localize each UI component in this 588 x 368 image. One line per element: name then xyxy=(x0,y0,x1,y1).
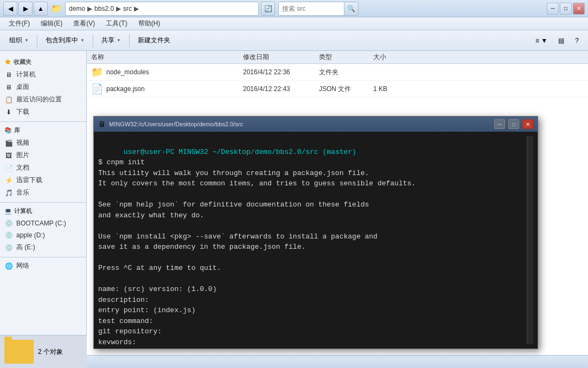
drive-e-icon: 💿 xyxy=(4,243,13,252)
add-to-library-arrow: ▼ xyxy=(80,38,85,43)
drive-c-icon: 💿 xyxy=(4,219,13,228)
back-button[interactable]: ◀ xyxy=(3,2,17,16)
table-row[interactable]: 📁 node_modules 2016/4/12 22:36 文件夹 xyxy=(87,64,588,81)
sidebar-divider-3 xyxy=(0,257,86,257)
view-options-button[interactable]: ≡ ▼ xyxy=(531,34,552,47)
desktop-icon: 🖥 xyxy=(4,83,13,92)
maximize-button[interactable]: □ xyxy=(560,3,572,15)
help-button[interactable]: ? xyxy=(570,34,584,47)
preview-pane-button[interactable]: ▤ xyxy=(553,34,569,47)
sidebar-item-desktop[interactable]: 🖥 桌面 xyxy=(0,81,86,93)
path-part-bbs: bbs2.0 xyxy=(94,5,114,12)
terminal-maximize-button[interactable]: □ xyxy=(508,119,519,129)
title-bar: ◀ ▶ ▲ 📁 demo ▶ bbs2.0 ▶ src ▶ 🔄 🔍 ─ □ ✕ xyxy=(0,0,588,17)
libraries-text: 库 xyxy=(14,126,20,134)
minimize-button[interactable]: ─ xyxy=(547,3,559,15)
file-type-node-modules: 文件夹 xyxy=(319,68,373,77)
favorites-label: ★ 收藏夹 xyxy=(0,55,86,68)
sidebar-network-label: 网络 xyxy=(16,261,29,270)
menu-view[interactable]: 查看(V) xyxy=(69,18,99,29)
folder-icon-node: 📁 xyxy=(91,66,103,78)
sidebar-item-thunder[interactable]: ⚡ 迅雷下载 xyxy=(0,174,86,186)
col-name: 名称 xyxy=(91,53,243,62)
sidebar-recent-label: 最近访问的位置 xyxy=(16,95,62,104)
menu-bar: 文件(F) 编辑(E) 查看(V) 工具(T) 帮助(H) xyxy=(0,17,588,30)
terminal-body: user@user-PC MINGW32 ~/Desktop/demo/bbs2… xyxy=(94,132,538,348)
sidebar-divider-2 xyxy=(0,202,86,203)
terminal-line-13: test command: xyxy=(98,317,153,325)
favorites-section: ★ 收藏夹 🖥 计算机 🖥 桌面 📋 最近访问的位置 ⬇ 下载 xyxy=(0,55,86,118)
sidebar-item-bootcamp[interactable]: 💿 BOOTCAMP (C:) xyxy=(0,217,86,229)
sidebar-item-documents[interactable]: 📄 文档 xyxy=(0,162,86,174)
terminal-line-14: git repository: xyxy=(98,327,162,335)
terminal-content: user@user-PC MINGW32 ~/Desktop/demo/bbs2… xyxy=(98,136,527,344)
add-to-library-label: 包含到库中 xyxy=(46,36,78,45)
folder-icon: 📁 xyxy=(51,3,62,14)
share-arrow: ▼ xyxy=(117,38,121,43)
recent-icon: 📋 xyxy=(4,95,13,104)
json-file-icon: 📄 xyxy=(91,83,103,95)
search-input[interactable] xyxy=(279,5,344,12)
sidebar-pictures-label: 图片 xyxy=(16,151,29,160)
sidebar-item-downloads[interactable]: ⬇ 下载 xyxy=(0,106,86,118)
menu-edit[interactable]: 编辑(E) xyxy=(36,18,67,29)
up-button[interactable]: ▲ xyxy=(34,2,48,16)
sidebar-item-recent[interactable]: 📋 最近访问的位置 xyxy=(0,93,86,106)
terminal-scrollbar[interactable] xyxy=(527,136,533,344)
menu-file[interactable]: 文件(F) xyxy=(4,18,34,29)
terminal-line-2: $ cnpm init xyxy=(98,158,145,166)
menu-tools[interactable]: 工具(T) xyxy=(101,18,131,29)
table-row[interactable]: 📄 package.json 2016/4/12 22:43 JSON 文件 1… xyxy=(87,81,588,98)
share-label: 共享 xyxy=(101,36,114,45)
terminal-close-button[interactable]: ✕ xyxy=(522,119,533,129)
computer-section: 💻 计算机 💿 BOOTCAMP (C:) 💿 apple (D:) 💿 高 (… xyxy=(0,205,86,254)
pictures-icon: 🖼 xyxy=(4,151,13,160)
path-part-demo: demo xyxy=(69,5,85,12)
menu-help[interactable]: 帮助(H) xyxy=(134,18,165,29)
sidebar-downloads-label: 下载 xyxy=(16,107,29,117)
sidebar-item-pictures[interactable]: 🖼 图片 xyxy=(0,149,86,162)
col-size: 大小 xyxy=(373,53,417,62)
add-to-library-button[interactable]: 包含到库中 ▼ xyxy=(41,33,90,48)
close-button[interactable]: ✕ xyxy=(573,3,585,15)
refresh-button[interactable]: 🔄 xyxy=(261,2,275,16)
sidebar-item-network[interactable]: 🌐 网络 xyxy=(0,260,86,272)
thunder-icon: ⚡ xyxy=(4,176,13,185)
computer-icon: 🖥 xyxy=(4,70,13,79)
terminal-minimize-button[interactable]: ─ xyxy=(494,119,505,129)
sidebar-video-label: 视频 xyxy=(16,138,29,147)
big-folder-icon xyxy=(4,340,34,355)
file-size-package: 1 KB xyxy=(373,85,417,93)
preview-count: 2 个对象 xyxy=(38,347,63,356)
file-date-package: 2016/4/12 22:43 xyxy=(243,85,319,93)
sidebar-high-label: 高 (E:) xyxy=(16,243,35,252)
sidebar-item-high[interactable]: 💿 高 (E:) xyxy=(0,241,86,254)
pc-icon: 💻 xyxy=(4,208,12,215)
terminal-line-5: See `npm help json` for definitive docum… xyxy=(98,201,369,209)
computer-section-label: 💻 计算机 xyxy=(0,205,86,217)
forward-button[interactable]: ▶ xyxy=(18,2,33,16)
status-bar: 状态: 👥 已共享 xyxy=(0,355,588,368)
terminal-line-9: Press ^C at any time to quit. xyxy=(98,264,221,272)
new-folder-button[interactable]: 新建文件夹 xyxy=(133,33,175,48)
terminal-window[interactable]: 🖥 MINGW32:/c/Users/user/Desktop/demo/bbs… xyxy=(93,116,538,349)
sidebar-thunder-label: 迅雷下载 xyxy=(16,176,42,185)
organize-button[interactable]: 组织 ▼ xyxy=(4,33,34,48)
new-folder-label: 新建文件夹 xyxy=(138,36,170,45)
sidebar-item-computer[interactable]: 🖥 计算机 xyxy=(0,68,86,81)
sidebar-item-music[interactable]: 🎵 音乐 xyxy=(0,186,86,199)
toolbar: 组织 ▼ 包含到库中 ▼ 共享 ▼ 新建文件夹 ≡ ▼ ▤ ? xyxy=(0,30,588,51)
file-date-node-modules: 2016/4/12 22:36 xyxy=(243,68,319,76)
network-section: 🌐 网络 xyxy=(0,260,86,272)
terminal-line-15: keywords: xyxy=(98,338,136,345)
address-bar[interactable]: demo ▶ bbs2.0 ▶ src ▶ xyxy=(65,2,259,16)
organize-label: 组织 xyxy=(9,36,22,45)
search-button[interactable]: 🔍 xyxy=(344,2,358,16)
libraries-label: 📚 库 xyxy=(0,124,86,137)
share-button[interactable]: 共享 ▼ xyxy=(97,33,126,48)
sidebar-item-apple[interactable]: 💿 apple (D:) xyxy=(0,229,86,241)
file-name-package: 📄 package.json xyxy=(91,83,243,95)
terminal-line-8: save it as a dependency in the package.j… xyxy=(98,243,305,251)
file-type-package: JSON 文件 xyxy=(319,85,373,94)
sidebar-item-video[interactable]: 🎬 视频 xyxy=(0,137,86,149)
